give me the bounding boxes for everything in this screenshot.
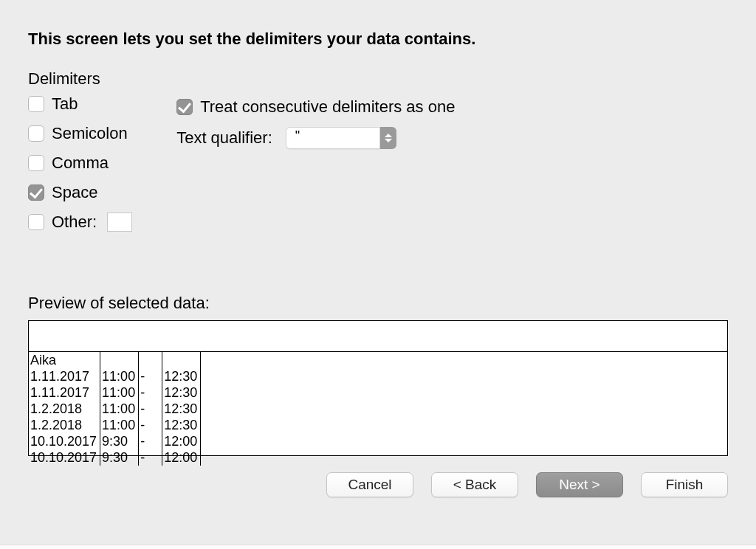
checkbox-other-label: Other: [52,213,97,232]
preview-cell: 1.2.2018 [29,401,100,417]
preview-cell: 12:00 [162,433,201,449]
table-row: 10.10.20179:30-12:00 [29,449,201,466]
options-columns: Delimiters Tab Semicolon Comma Space Oth… [28,69,728,242]
text-qualifier-row: Text qualifier: " [176,127,455,149]
other-delimiter-input[interactable] [107,213,132,232]
preview-box: Aika1.11.201711:00-12:301.11.201711:00-1… [28,320,728,456]
preview-label: Preview of selected data: [28,294,728,313]
page-title: This screen lets you set the delimiters … [28,30,728,49]
preview-cell: 1.11.2017 [29,368,100,384]
preview-cell: - [139,449,162,466]
checkbox-tab[interactable] [28,96,44,112]
checkbox-row-semicolon[interactable]: Semicolon [28,124,132,143]
preview-cell: 9:30 [100,449,139,466]
preview-cell: - [139,433,162,449]
checkbox-space-label: Space [52,183,97,202]
button-row: Cancel < Back Next > Finish [28,472,728,497]
table-row: 1.11.201711:00-12:30 [29,368,201,384]
preview-header-strip [29,321,727,352]
finish-button[interactable]: Finish [641,472,728,497]
checkbox-consecutive-label: Treat consecutive delimiters as one [200,97,455,117]
preview-cell: 1.11.2017 [29,384,100,401]
checkbox-row-consecutive[interactable]: Treat consecutive delimiters as one [176,97,455,117]
checkbox-tab-label: Tab [52,94,78,114]
checkbox-row-tab[interactable]: Tab [28,94,132,114]
preview-cell: 11:00 [100,368,139,384]
preview-cell: 12:30 [162,401,201,417]
table-row: 1.2.201811:00-12:30 [29,401,201,417]
preview-header-cell: Aika [29,352,100,368]
table-row: 1.2.201811:00-12:30 [29,417,201,433]
preview-cell: - [139,368,162,384]
checkbox-row-space[interactable]: Space [28,183,132,202]
preview-cell: 12:30 [162,417,201,433]
bottom-edge [0,545,756,549]
checkbox-row-comma[interactable]: Comma [28,153,132,173]
delimiters-group: Delimiters Tab Semicolon Comma Space Oth… [28,69,132,242]
updown-icon [380,127,396,149]
text-qualifier-value: " [286,127,380,149]
preview-cell: 12:30 [162,384,201,401]
preview-cell: 11:00 [100,417,139,433]
preview-cell: 12:00 [162,449,201,466]
preview-table: Aika1.11.201711:00-12:301.11.201711:00-1… [29,352,727,466]
preview-cell: - [139,417,162,433]
back-button[interactable]: < Back [431,472,518,497]
preview-cell: 1.2.2018 [29,417,100,433]
preview-cell: - [139,401,162,417]
preview-cell: 12:30 [162,368,201,384]
checkbox-space[interactable] [28,184,44,201]
delimiters-label: Delimiters [28,69,132,89]
table-row: 1.11.201711:00-12:30 [29,384,201,401]
cancel-button[interactable]: Cancel [326,472,413,497]
checkbox-consecutive[interactable] [176,99,193,115]
table-row: 10.10.20179:30-12:00 [29,433,201,449]
checkbox-row-other[interactable]: Other: [28,213,132,232]
options-group: Treat consecutive delimiters as one Text… [176,69,455,242]
text-qualifier-select[interactable]: " [286,127,396,149]
preview-cell: 11:00 [100,384,139,401]
text-qualifier-label: Text qualifier: [176,128,272,148]
import-wizard-step: This screen lets you set the delimiters … [0,0,756,518]
preview-cell: 9:30 [100,433,139,449]
preview-cell: 10.10.2017 [29,449,100,466]
checkbox-semicolon-label: Semicolon [52,124,128,143]
checkbox-other[interactable] [28,214,44,230]
preview-header-cell [139,352,162,368]
checkbox-comma-label: Comma [52,153,109,173]
preview-header-cell [100,352,139,368]
checkbox-comma[interactable] [28,155,44,171]
preview-cell: 11:00 [100,401,139,417]
checkbox-semicolon[interactable] [28,125,44,142]
next-button[interactable]: Next > [536,472,623,497]
preview-cell: 10.10.2017 [29,433,100,449]
preview-header-cell [162,352,201,368]
preview-cell: - [139,384,162,401]
